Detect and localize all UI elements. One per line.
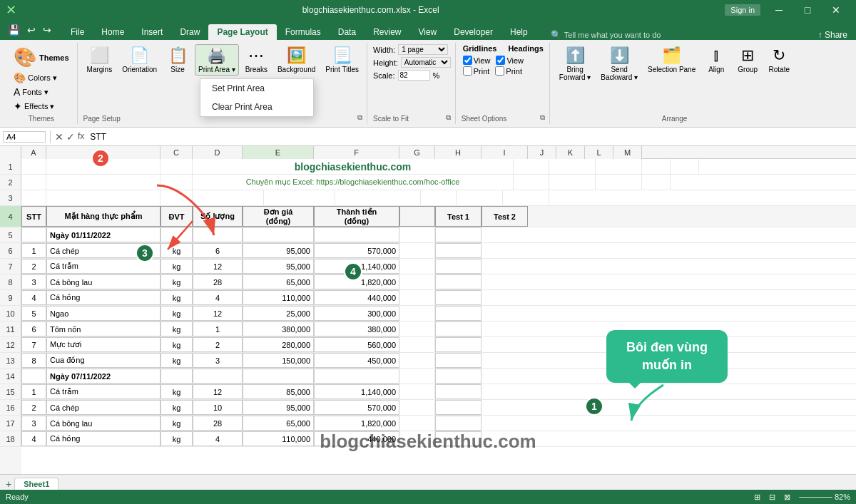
cell-h4[interactable]: Test 1 xyxy=(435,206,482,227)
cell-g1[interactable] xyxy=(514,159,549,174)
scale-input[interactable] xyxy=(398,70,430,81)
tab-view[interactable]: View xyxy=(409,24,445,40)
cell-c12[interactable]: kg xyxy=(160,337,193,352)
tab-developer[interactable]: Developer xyxy=(445,24,501,40)
cell-k1[interactable] xyxy=(671,159,699,174)
cell-d9[interactable]: 4 xyxy=(193,290,243,305)
cell-c7[interactable]: kg xyxy=(160,259,193,274)
cell-b4[interactable]: Mặt hàng thực phẩm xyxy=(46,206,160,227)
cell-b10[interactable]: Ngao xyxy=(46,306,160,321)
page-setup-expand[interactable]: ⧉ xyxy=(357,113,362,123)
save-qat-button[interactable]: 💾 xyxy=(6,24,22,36)
sheet-tab-sheet1[interactable]: Sheet1 xyxy=(14,478,58,490)
cell-b3[interactable] xyxy=(46,190,160,205)
cell-h10[interactable] xyxy=(435,306,482,321)
cell-d15[interactable]: 12 xyxy=(193,384,243,399)
cell-i2[interactable] xyxy=(596,175,642,190)
effects-button[interactable]: ✦ Effects ▾ xyxy=(10,99,73,113)
themes-button[interactable]: 🎨 Themes xyxy=(10,44,73,71)
tab-draw[interactable]: Draw xyxy=(171,24,208,40)
cell-b18[interactable]: Cá hồng xyxy=(46,431,160,446)
gridlines-print-checkbox[interactable] xyxy=(463,66,472,76)
cell-h13[interactable] xyxy=(435,353,482,368)
cell-c11[interactable]: kg xyxy=(160,322,193,336)
cell-d10[interactable]: 12 xyxy=(193,306,243,321)
send-backward-button[interactable]: ⬇️ SendBackward ▾ xyxy=(597,44,641,83)
align-button[interactable]: ⫿ Align xyxy=(702,44,730,76)
cell-g7[interactable] xyxy=(399,259,435,274)
cell-g13[interactable] xyxy=(399,353,435,368)
cell-h1[interactable] xyxy=(549,159,596,174)
cell-c2[interactable] xyxy=(160,175,193,190)
height-select[interactable]: Automatic xyxy=(401,57,451,68)
cell-a1[interactable] xyxy=(21,159,46,174)
cell-b17[interactable]: Cá bông lau xyxy=(46,416,160,431)
cell-c14[interactable] xyxy=(160,369,193,384)
background-button[interactable]: 🖼️ Background xyxy=(274,44,319,76)
cell-j2[interactable] xyxy=(642,175,671,190)
cell-g6[interactable] xyxy=(399,243,435,258)
cell-a7[interactable]: 2 xyxy=(21,259,46,274)
cell-d1[interactable]: blogchiasekienthuc.com xyxy=(193,159,514,174)
cell-a15[interactable]: 1 xyxy=(21,384,46,399)
cell-h16[interactable] xyxy=(435,400,482,415)
cell-d16[interactable]: 10 xyxy=(193,400,243,415)
cell-f14[interactable] xyxy=(314,369,399,384)
undo-qat-button[interactable]: ↩ xyxy=(25,24,38,36)
breaks-button[interactable]: ⋯ Breaks xyxy=(242,44,271,76)
cell-g3[interactable] xyxy=(421,190,457,205)
page-break-view-icon[interactable]: ⊠ xyxy=(784,493,790,502)
cell-e7[interactable]: 95,000 xyxy=(243,259,314,274)
cell-c17[interactable]: kg xyxy=(160,416,193,431)
cell-a16[interactable]: 2 xyxy=(21,400,46,415)
tab-home[interactable]: Home xyxy=(93,24,133,40)
cell-b12[interactable]: Mực tươi xyxy=(46,337,160,352)
cell-c18[interactable]: kg xyxy=(160,431,193,446)
cell-e11[interactable]: 380,000 xyxy=(243,322,314,336)
cell-e8[interactable]: 65,000 xyxy=(243,274,314,289)
page-layout-view-icon[interactable]: ⊟ xyxy=(769,493,775,502)
formula-input[interactable] xyxy=(87,132,853,142)
cell-f13[interactable]: 450,000 xyxy=(314,353,399,368)
cell-g4[interactable] xyxy=(399,206,435,227)
cell-h15[interactable] xyxy=(435,384,482,399)
cell-e13[interactable]: 150,000 xyxy=(243,353,314,368)
width-select[interactable]: 1 page xyxy=(398,44,448,55)
cell-g8[interactable] xyxy=(399,274,435,289)
cell-b9[interactable]: Cá hồng xyxy=(46,290,160,305)
cell-c4[interactable]: ĐVT xyxy=(160,206,193,227)
cell-a5[interactable] xyxy=(21,227,46,242)
cell-a6[interactable]: 1 xyxy=(21,243,46,258)
print-area-button[interactable]: 🖨️ Print Area ▾ xyxy=(195,44,239,76)
cell-e10[interactable]: 25,000 xyxy=(243,306,314,321)
cell-h9[interactable] xyxy=(435,290,482,305)
cell-a8[interactable]: 3 xyxy=(21,274,46,289)
cell-b16[interactable]: Cá chép xyxy=(46,400,160,415)
print-titles-button[interactable]: 📃 Print Titles xyxy=(322,44,362,76)
cell-a2[interactable] xyxy=(21,175,46,190)
cell-c6[interactable]: kg xyxy=(160,243,193,258)
tab-formulas[interactable]: Formulas xyxy=(277,24,330,40)
margins-button[interactable]: ⬜ Margins xyxy=(83,44,116,76)
cell-e9[interactable]: 110,000 xyxy=(243,290,314,305)
cell-d5[interactable] xyxy=(193,227,243,242)
selection-pane-button[interactable]: 🗂️ Selection Pane xyxy=(644,44,699,76)
cancel-formula-icon[interactable]: ✕ xyxy=(55,131,63,143)
cell-d17[interactable]: 28 xyxy=(193,416,243,431)
cell-e17[interactable]: 65,000 xyxy=(243,416,314,431)
cell-g12[interactable] xyxy=(399,337,435,352)
cell-a18[interactable]: 4 xyxy=(21,431,46,446)
cell-i3[interactable] xyxy=(503,190,549,205)
cell-c16[interactable]: kg xyxy=(160,400,193,415)
confirm-formula-icon[interactable]: ✓ xyxy=(66,131,75,143)
tab-review[interactable]: Review xyxy=(365,24,409,40)
cell-b2[interactable] xyxy=(46,175,160,190)
tab-page-layout[interactable]: Page Layout xyxy=(208,24,276,40)
cell-g2[interactable] xyxy=(514,175,549,190)
cell-c1[interactable] xyxy=(160,159,193,174)
cell-c13[interactable]: kg xyxy=(160,353,193,368)
insert-function-icon[interactable]: fx xyxy=(78,131,84,143)
bring-forward-button[interactable]: ⬆️ BringForward ▾ xyxy=(556,44,594,83)
cell-e3[interactable] xyxy=(264,190,335,205)
cell-h14[interactable] xyxy=(435,369,482,384)
